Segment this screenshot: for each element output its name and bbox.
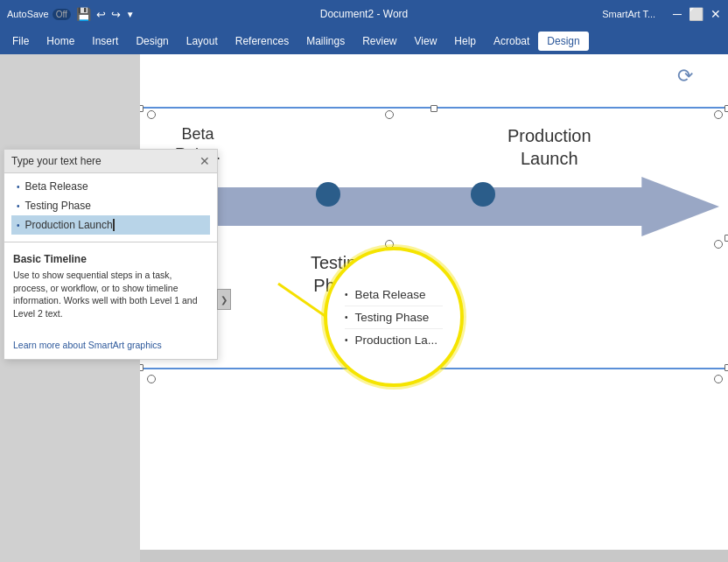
mag-item-1: • Beta Release	[345, 284, 443, 306]
bullet-3: •	[17, 221, 20, 230]
svg-marker-0	[166, 177, 719, 236]
text-label-1: Beta Release	[25, 180, 88, 193]
mag-label-2: Testing Phase	[355, 311, 430, 324]
menu-bar: File Home Insert Design Layout Reference…	[0, 28, 728, 54]
timeline-dot-2	[471, 182, 495, 207]
expand-icon: ❯	[220, 295, 228, 305]
magnified-circle: • Beta Release • Testing Phase • Product…	[324, 247, 464, 387]
mag-item-2: • Testing Phase	[345, 306, 443, 329]
smartart-label: SmartArt T...	[602, 9, 655, 19]
text-label-3: Production Launch	[25, 219, 115, 231]
text-item-1[interactable]: • Beta Release	[11, 177, 210, 196]
menu-help[interactable]: Help	[445, 32, 485, 51]
handle-br-2[interactable]	[714, 375, 723, 383]
title-bar-left: AutoSave Off 💾 ↩ ↪ ▼	[7, 7, 135, 21]
dropdown-icon[interactable]: ▼	[126, 10, 135, 19]
bullet-1: •	[17, 182, 20, 192]
title-bar: AutoSave Off 💾 ↩ ↪ ▼ Document2 - Word Sm…	[0, 0, 728, 28]
handle-bl-2[interactable]	[147, 375, 156, 383]
handle-right-mid[interactable]	[714, 240, 723, 249]
timeline-arrow-svg	[166, 177, 719, 236]
menu-file[interactable]: File	[4, 32, 38, 51]
toggle-state: Off	[56, 10, 67, 19]
smartart-rotate-icon: ⟳	[677, 65, 693, 88]
bullet-icon-1: •	[345, 290, 348, 299]
label-production-launch: ProductionLaunch	[508, 124, 592, 170]
autosave-text: AutoSave	[7, 9, 49, 19]
text-panel-items: • Beta Release • Testing Phase • Product…	[4, 173, 217, 238]
text-item-2[interactable]: • Testing Phase	[11, 196, 210, 215]
redo-icon[interactable]: ↪	[111, 8, 121, 21]
menu-design-active[interactable]: Design	[538, 32, 588, 51]
mag-item-3: • Production La...	[345, 329, 443, 351]
bullet-icon-2: •	[345, 313, 348, 322]
title-text: Document2 - Word	[320, 8, 408, 20]
horizontal-scrollbar[interactable]	[140, 550, 728, 562]
autosave-toggle[interactable]: Off	[52, 9, 71, 20]
expand-panel-btn[interactable]: ❯	[217, 289, 231, 310]
handle-tr-2[interactable]	[714, 110, 723, 119]
menu-view[interactable]: View	[406, 32, 446, 51]
menu-review[interactable]: Review	[354, 32, 405, 51]
menu-insert[interactable]: Insert	[83, 32, 127, 51]
minimize-icon[interactable]: ─	[673, 7, 682, 21]
text-panel-title: Type your text here	[11, 155, 102, 167]
handle-tm-2[interactable]	[385, 110, 394, 119]
menu-acrobat[interactable]: Acrobat	[485, 32, 538, 51]
menu-home[interactable]: Home	[38, 32, 83, 51]
arrow-body-wrapper	[166, 177, 719, 236]
description-area: Basic Timeline Use to show sequential st…	[4, 246, 217, 359]
menu-layout[interactable]: Layout	[178, 32, 227, 51]
close-icon[interactable]: ✕	[710, 7, 721, 21]
menu-design[interactable]: Design	[127, 32, 177, 51]
text-panel: Type your text here ✕ • Beta Release • T…	[4, 149, 218, 360]
text-label-2: Testing Phase	[25, 200, 91, 212]
desc-title: Basic Timeline	[13, 253, 208, 265]
text-panel-header: Type your text here ✕	[4, 150, 217, 173]
menu-references[interactable]: References	[227, 32, 298, 51]
mag-label-3: Production La...	[355, 334, 438, 347]
desc-text: Use to show sequential steps in a task, …	[13, 269, 208, 320]
desc-link[interactable]: Learn more about SmartArt graphics	[13, 340, 162, 350]
save-icon[interactable]: 💾	[76, 7, 91, 21]
text-item-3[interactable]: • Production Launch	[11, 215, 210, 235]
restore-icon[interactable]: ⬜	[689, 7, 704, 21]
text-panel-close-btn[interactable]: ✕	[200, 154, 210, 168]
handle-tl-2[interactable]	[147, 110, 156, 119]
title-bar-right: SmartArt T... ─ ⬜ ✕	[602, 7, 721, 21]
document-title: Document2 - Word	[320, 8, 408, 20]
autosave-label: AutoSave Off	[7, 9, 71, 20]
bullet-2: •	[17, 201, 20, 211]
undo-icon[interactable]: ↩	[96, 8, 106, 21]
mag-label-1: Beta Release	[355, 288, 426, 301]
timeline-dot-1	[316, 182, 340, 207]
bullet-icon-3: •	[345, 335, 348, 345]
menu-mailings[interactable]: Mailings	[298, 32, 354, 51]
